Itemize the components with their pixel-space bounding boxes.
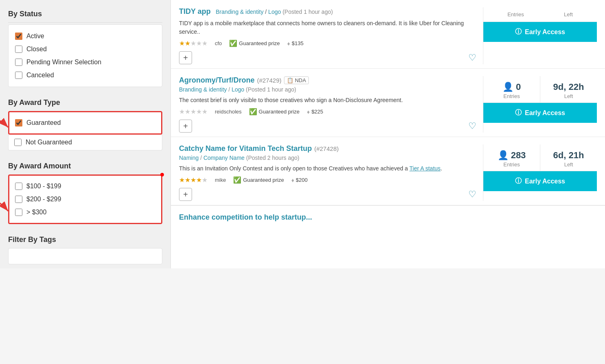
contest-card-partial: Enhance competition to help startup... — [171, 205, 605, 222]
early-access-btn-agronomy[interactable]: ⓘ Early Access — [483, 103, 597, 123]
contest-card-vitamin: Catchy Name for Vitamin Tech Startup (#2… — [171, 137, 605, 205]
red-dot — [160, 173, 164, 177]
heart-button-tidy[interactable]: ♡ — [468, 52, 476, 63]
early-access-icon-vitamin: ⓘ — [515, 177, 522, 185]
contest-category-vitamin: Naming / Company Name (Posted 2 hours ag… — [179, 155, 476, 161]
award-type-not-guaranteed-label: Not Guaranteed — [26, 139, 72, 146]
status-pending-label: Pending Winner Selection — [26, 59, 101, 66]
entries-label-tidy: Entries — [507, 11, 524, 17]
guaranteed-box: Guaranteed — [8, 111, 162, 135]
contest-title-partial[interactable]: Enhance competition to help startup... — [179, 213, 312, 221]
contest-title-vitamin[interactable]: Catchy Name for Vitamin Tech Startup — [179, 144, 312, 153]
contest-card-tidy: TIDY app Branding & identity / Logo (Pos… — [171, 0, 605, 69]
contest-category-tidy: Branding & identity / Logo (Posted 1 hou… — [216, 9, 333, 15]
guaranteed-tidy: ✅ Guaranteed prize — [229, 39, 280, 47]
by-award-amount-title: By Award Amount — [8, 156, 162, 174]
diamond-icon-vitamin: ♦ — [291, 177, 294, 183]
contest-desc-agronomy: The contest brief is only visible to tho… — [179, 96, 476, 105]
contest-info-agronomy: Agronomy/Turf/Drone (#27429) 📋 NDA Brand… — [179, 76, 483, 133]
award-amount-300-plus-checkbox[interactable] — [15, 209, 22, 216]
award-type-guaranteed-checkbox[interactable] — [15, 119, 22, 126]
status-active-label: Active — [26, 33, 44, 40]
award-amount-300-plus[interactable]: > $300 — [15, 206, 155, 219]
status-active[interactable]: Active — [15, 30, 155, 43]
award-type-not-guaranteed-checkbox[interactable] — [14, 139, 22, 146]
contest-cat-tidy: Branding & identity — [216, 9, 264, 15]
prize-tidy: ♦ $135 — [287, 40, 304, 47]
contest-right-tidy: Entries Left ⓘ Early Access — [483, 7, 597, 64]
guarantee-icon-vitamin: ✅ — [233, 176, 241, 184]
posted-agronomy: (Posted 1 hour ago) — [246, 86, 296, 93]
contest-category-agronomy: Branding & identity / Logo (Posted 1 hou… — [179, 86, 476, 93]
early-access-icon-tidy: ⓘ — [515, 28, 522, 36]
filter-by-tags-title: Filter By Tags — [8, 230, 162, 248]
filter-by-tags-section — [8, 248, 162, 264]
award-amount-100-199-label: $100 - $199 — [26, 183, 61, 190]
add-button-tidy[interactable]: + — [179, 51, 192, 64]
contest-info-tidy: TIDY app Branding & identity / Logo (Pos… — [179, 7, 483, 64]
user-vitamin: mike — [215, 177, 226, 183]
award-amount-300-plus-label: > $300 — [26, 209, 46, 216]
award-amount-200-299-checkbox[interactable] — [15, 196, 22, 203]
main-content: TIDY app Branding & identity / Logo (Pos… — [171, 0, 605, 268]
status-canceled-checkbox[interactable] — [15, 72, 22, 79]
heart-button-vitamin[interactable]: ♡ — [468, 189, 476, 200]
status-closed[interactable]: Closed — [15, 43, 155, 56]
status-active-checkbox[interactable] — [15, 33, 22, 40]
award-amount-200-299[interactable]: $200 - $299 — [15, 193, 155, 206]
guarantee-icon-tidy: ✅ — [229, 39, 237, 47]
entries-box-vitamin: 👤 283 Entries — [483, 144, 540, 171]
heart-button-agronomy[interactable]: ♡ — [468, 121, 476, 131]
contest-right-vitamin: 👤 283 Entries 6d, 21h Left ⓘ Early Acces… — [483, 144, 597, 201]
award-type-guaranteed-label: Guaranteed — [26, 119, 61, 126]
contest-title-tidy[interactable]: TIDY app — [179, 7, 211, 15]
early-access-icon-agronomy: ⓘ — [515, 109, 522, 117]
award-type-not-guaranteed[interactable]: Not Guaranteed — [8, 135, 162, 150]
nda-badge-agronomy: 📋 NDA — [284, 76, 309, 84]
contest-right-agronomy: 👤 0 Entries 9d, 22h Left ⓘ Early Access — [483, 76, 597, 133]
diamond-icon-agronomy: ♦ — [307, 109, 310, 115]
add-button-agronomy[interactable]: + — [179, 120, 192, 133]
award-type-guaranteed[interactable]: Guaranteed — [15, 116, 155, 129]
status-pending-checkbox[interactable] — [15, 59, 22, 66]
status-pending[interactable]: Pending Winner Selection — [15, 56, 155, 69]
status-closed-label: Closed — [26, 46, 47, 53]
contest-title-agronomy[interactable]: Agronomy/Turf/Drone — [179, 76, 255, 85]
stars-tidy: ★★★★★ — [179, 39, 207, 47]
tier-a-link[interactable]: Tier A status — [409, 165, 441, 172]
person-icon-agronomy: 👤 — [502, 82, 513, 92]
contest-desc-vitamin: This is an Invitation Only Contest and i… — [179, 164, 476, 173]
stats-row-agronomy: 👤 0 Entries 9d, 22h Left — [483, 76, 597, 103]
contest-actions-agronomy: + ♡ — [179, 120, 476, 133]
prize-vitamin: ♦ $200 — [291, 177, 308, 183]
status-closed-checkbox[interactable] — [15, 46, 22, 53]
early-access-btn-vitamin[interactable]: ⓘ Early Access — [483, 171, 597, 191]
contest-subcat-tidy: Logo — [268, 9, 281, 15]
by-award-type-title: By Award Type — [8, 93, 162, 111]
entries-label-agronomy: Entries — [487, 93, 537, 99]
diamond-icon-tidy: ♦ — [287, 40, 290, 47]
award-amount-100-199-checkbox[interactable] — [15, 183, 22, 190]
by-status-title: By Status — [8, 4, 162, 23]
contest-info-vitamin: Catchy Name for Vitamin Tech Startup (#2… — [179, 144, 483, 201]
guarantee-icon-agronomy: ✅ — [249, 108, 257, 116]
left-label-agronomy: Left — [544, 93, 594, 99]
award-amount-200-299-label: $200 - $299 — [26, 196, 61, 203]
add-button-vitamin[interactable]: + — [179, 188, 192, 201]
award-amount-100-199[interactable]: $100 - $199 — [15, 180, 155, 193]
status-canceled[interactable]: Canceled — [15, 69, 155, 82]
entries-label-vitamin: Entries — [487, 161, 537, 168]
entries-box-agronomy: 👤 0 Entries — [483, 76, 540, 102]
prize-agronomy: ♦ $225 — [307, 109, 323, 115]
stars-vitamin: ★★★★★ — [179, 176, 207, 184]
contest-meta-agronomy: ★★★★★ reidscholes ✅ Guaranteed prize ♦ $… — [179, 108, 476, 116]
contest-meta-vitamin: ★★★★★ mike ✅ Guaranteed prize ♦ $200 — [179, 176, 476, 184]
contest-desc-tidy: TIDY app is a mobile marketplace that co… — [179, 19, 476, 36]
nda-doc-icon: 📋 — [287, 77, 293, 83]
contest-id-agronomy: (#27429) — [257, 77, 282, 84]
contest-meta-tidy: ★★★★★ cfo ✅ Guaranteed prize ♦ $135 — [179, 39, 476, 47]
early-access-btn-tidy[interactable]: ⓘ Early Access — [483, 22, 597, 42]
contest-actions-vitamin: + ♡ — [179, 188, 476, 201]
person-icon-vitamin: 👤 — [498, 150, 509, 161]
guaranteed-vitamin: ✅ Guaranteed prize — [233, 176, 284, 184]
